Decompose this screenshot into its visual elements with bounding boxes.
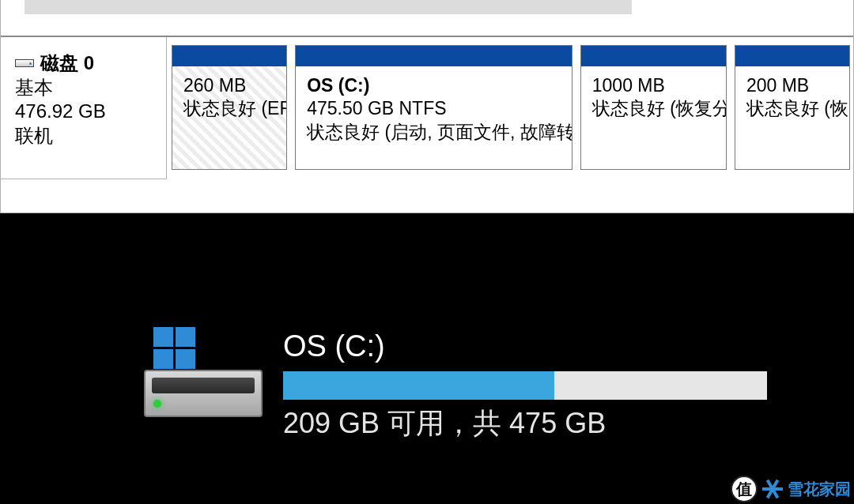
disk-management-panel: 磁盘 0 基本 476.92 GB 联机 260 MB 状态良好 (EFI OS…: [0, 0, 854, 213]
brand-text: 雪花家园: [788, 479, 851, 500]
partition-status: 状态良好 (启动, 页面文件, 故障转储: [307, 121, 561, 144]
windows-logo-icon: [153, 327, 198, 371]
hdd-icon: [15, 59, 34, 67]
partition-color-strip: [296, 46, 572, 66]
watermark-group: 值 雪花家园 www.xhjaty.com: [731, 476, 851, 502]
disk-name: 磁盘 0: [15, 51, 153, 76]
partition-body: OS (C:) 475.50 GB NTFS 状态良好 (启动, 页面文件, 故…: [296, 66, 572, 169]
partition-color-strip: [172, 46, 286, 66]
disk-info-cell[interactable]: 磁盘 0 基本 476.92 GB 联机: [1, 37, 167, 179]
partition-status: 状态良好 (恢复分: [592, 97, 715, 120]
drive-title: OS (C:): [283, 330, 789, 363]
partition-status: 状态良好 (EFI: [183, 97, 275, 120]
partition-strip: 260 MB 状态良好 (EFI OS (C:) 475.50 GB NTFS …: [167, 37, 853, 194]
partition-recovery-1[interactable]: 1000 MB 状态良好 (恢复分: [580, 45, 727, 170]
drive-graphic: [144, 330, 263, 417]
disk-capacity: 476.92 GB: [15, 100, 153, 124]
partition-name: OS (C:): [307, 74, 561, 97]
partition-body: 1000 MB 状态良好 (恢复分: [581, 66, 726, 169]
partition-color-strip: [581, 46, 726, 66]
snowflake-icon: [762, 479, 783, 499]
partition-recovery-2[interactable]: 200 MB 状态良好 (恢: [735, 45, 850, 170]
disk-state: 联机: [15, 124, 153, 149]
disk-name-text: 磁盘 0: [40, 51, 94, 76]
partition-size: 1000 MB: [592, 74, 715, 97]
partition-body: 260 MB 状态良好 (EFI: [172, 66, 286, 169]
disk-type: 基本: [15, 76, 153, 100]
explorer-drive-panel: OS (C:) 209 GB 可用，共 475 GB 值 雪花家园 www.xh…: [0, 213, 854, 504]
zhi-badge-icon: 值: [731, 476, 758, 502]
hdd-icon: [144, 370, 263, 417]
partition-size: 475.50 GB NTFS: [307, 97, 561, 120]
disk-row: 磁盘 0 基本 476.92 GB 联机 260 MB 状态良好 (EFI OS…: [1, 36, 853, 194]
xuehua-brand: 雪花家园 www.xhjaty.com: [762, 479, 851, 500]
drive-tile-os-c[interactable]: OS (C:) 209 GB 可用，共 475 GB: [144, 330, 789, 443]
partition-size: 260 MB: [183, 74, 275, 97]
column-header-strip: [25, 0, 632, 14]
partition-os-c[interactable]: OS (C:) 475.50 GB NTFS 状态良好 (启动, 页面文件, 故…: [295, 45, 572, 170]
partition-body: 200 MB 状态良好 (恢: [735, 66, 849, 169]
drive-free-text: 209 GB 可用，共 475 GB: [283, 404, 789, 443]
partition-size: 200 MB: [746, 74, 838, 97]
usage-bar: [283, 371, 767, 400]
partition-status: 状态良好 (恢: [746, 97, 838, 120]
drive-text-block: OS (C:) 209 GB 可用，共 475 GB: [283, 330, 789, 443]
usage-fill: [283, 371, 554, 400]
partition-color-strip: [735, 46, 849, 66]
partition-efi[interactable]: 260 MB 状态良好 (EFI: [172, 45, 287, 170]
